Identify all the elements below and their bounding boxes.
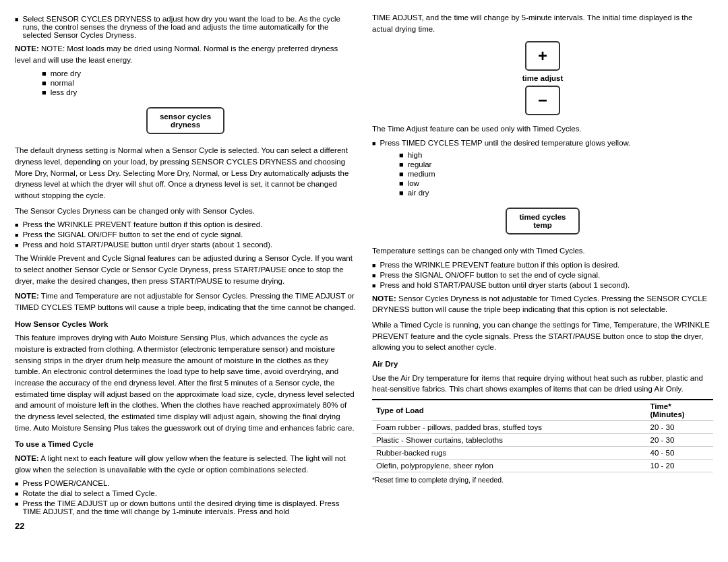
sensor-cycles-dryness-button[interactable]: sensor cyclesdryness: [146, 107, 224, 134]
table-cell-time-1: 20 - 30: [646, 421, 713, 434]
time-adjust-intro: TIME ADJUST, and the time will change by…: [372, 12, 713, 34]
table-cell-load-3: Rubber-backed rugs: [372, 447, 646, 460]
table-cell-time-3: 40 - 50: [646, 447, 713, 460]
timed-cycle-heading: To use a Timed Cycle: [15, 439, 356, 450]
timed-cycles-temp-button[interactable]: timed cyclestemp: [506, 208, 579, 235]
dryness-options-list: more dry normal less dry: [42, 69, 356, 96]
table-row: Foam rubber - pillows, padded bras, stuf…: [372, 421, 713, 434]
sensor-bullets: Press the WRINKLE PREVENT feature button…: [15, 220, 356, 249]
press-timed-bullet-list: Press TIMED CYCLES TEMP until the desire…: [372, 139, 713, 147]
table-row: Olefin, polypropylene, sheer nylon 10 - …: [372, 460, 713, 472]
note2-label: NOTE:: [15, 292, 39, 300]
table-cell-time-4: 10 - 20: [646, 460, 713, 472]
note1: NOTE: NOTE: Most loads may be dried usin…: [15, 43, 356, 65]
sensor-bullet-2: Press the SIGNAL ON/OFF button to set th…: [15, 230, 356, 239]
how-sensor-heading: How Sensor Cycles Work: [15, 319, 356, 330]
temp-option-air-dry: air dry: [399, 189, 713, 197]
sensor-bullet-1: Press the WRINKLE PREVENT feature button…: [15, 220, 356, 228]
table-header-type: Type of Load: [372, 400, 646, 421]
wrinkle-text: The Wrinkle Prevent and Cycle Signal fea…: [15, 253, 356, 286]
right-column: TIME ADJUST, and the time will change by…: [372, 12, 713, 531]
air-dry-text: Use the Air Dry temperature for items th…: [372, 373, 713, 395]
temp-option-regular: regular: [399, 160, 713, 168]
table-header-time: Time*(Minutes): [646, 400, 713, 421]
default-dryness-text: The default dryness setting is Normal wh…: [15, 145, 356, 201]
timed-bullet-2: Rotate the dial to select a Timed Cycle.: [15, 489, 356, 497]
note4-text: Sensor Cycles Dryness is not adjustable …: [372, 294, 707, 314]
intro-bullet-item: Select SENSOR CYCLES DRYNESS to adjust h…: [15, 15, 356, 39]
time-adjust-group: + time adjust −: [372, 40, 713, 117]
page-number: 22: [15, 521, 356, 531]
sensor-bullet-3: Press and hold START/PAUSE button until …: [15, 241, 356, 249]
timed-temp-bullet-1: Press the WRINKLE PREVENT feature button…: [372, 261, 713, 269]
sensor-cycles-button-container: sensor cyclesdryness: [15, 102, 356, 139]
timed-temp-bullet-3: Press and hold START/PAUSE button until …: [372, 281, 713, 289]
temp-option-medium: medium: [399, 170, 713, 178]
table-cell-load-2: Plastic - Shower curtains, tablecloths: [372, 434, 646, 447]
time-adjust-note: The Time Adjust feature can be used only…: [372, 123, 713, 135]
dryness-option-more-dry: more dry: [42, 69, 356, 77]
time-adjust-label: time adjust: [522, 74, 564, 82]
timed-bullets: Press POWER/CANCEL. Rotate the dial to s…: [15, 479, 356, 516]
temp-change-text: Temperature settings can be changed only…: [372, 245, 713, 257]
time-adjust-plus-button[interactable]: +: [525, 41, 560, 71]
table-header-row: Type of Load Time*(Minutes): [372, 400, 713, 421]
note2-text: Time and Temperature are not adjustable …: [15, 292, 356, 311]
temp-option-low: low: [399, 179, 713, 187]
time-adjust-minus-button[interactable]: −: [525, 86, 560, 115]
note4: NOTE: Sensor Cycles Dryness is not adjus…: [372, 293, 713, 315]
note4-label: NOTE:: [372, 294, 396, 303]
table-row: Rubber-backed rugs 40 - 50: [372, 447, 713, 460]
note3: NOTE: A light next to each feature will …: [15, 453, 356, 475]
left-column: Select SENSOR CYCLES DRYNESS to adjust h…: [15, 12, 356, 531]
note1-label: NOTE:: [15, 44, 39, 53]
timed-bullet-1: Press POWER/CANCEL.: [15, 479, 356, 487]
while-timed-text: While a Timed Cycle is running, you can …: [372, 319, 713, 353]
sensor-change-text: The Sensor Cycles Dryness can be changed…: [15, 206, 356, 217]
press-timed-bullet: Press TIMED CYCLES TEMP until the desire…: [372, 139, 713, 147]
dryness-option-normal: normal: [42, 79, 356, 87]
note3-text: A light next to each feature will glow y…: [15, 454, 346, 474]
timed-temp-bullet-2: Press the SIGNAL ON/OFF button to set th…: [372, 271, 713, 279]
table-row: Plastic - Shower curtains, tablecloths 2…: [372, 434, 713, 447]
page-layout: Select SENSOR CYCLES DRYNESS to adjust h…: [15, 12, 713, 531]
timed-bullet-3: Press the TIME ADJUST up or down buttons…: [15, 499, 356, 516]
how-sensor-text: This feature improves drying with Auto M…: [15, 332, 356, 433]
table-cell-time-2: 20 - 30: [646, 434, 713, 447]
note2: NOTE: Time and Temperature are not adjus…: [15, 290, 356, 313]
intro-bullet-list: Select SENSOR CYCLES DRYNESS to adjust h…: [15, 15, 356, 39]
temp-options-list: high regular medium low air dry: [399, 151, 713, 197]
air-dry-heading: Air Dry: [372, 358, 713, 370]
table-footnote: *Reset time to complete drying, if neede…: [372, 475, 713, 485]
table-cell-load-4: Olefin, polypropylene, sheer nylon: [372, 460, 646, 472]
air-dry-table: Type of Load Time*(Minutes) Foam rubber …: [372, 399, 713, 472]
timed-temp-bullets: Press the WRINKLE PREVENT feature button…: [372, 261, 713, 289]
temp-option-high: high: [399, 151, 713, 159]
dryness-option-less-dry: less dry: [42, 88, 356, 96]
note3-label: NOTE:: [15, 454, 39, 462]
timed-cycles-button-container: timed cyclestemp: [372, 202, 713, 240]
table-cell-load-1: Foam rubber - pillows, padded bras, stuf…: [372, 421, 646, 434]
